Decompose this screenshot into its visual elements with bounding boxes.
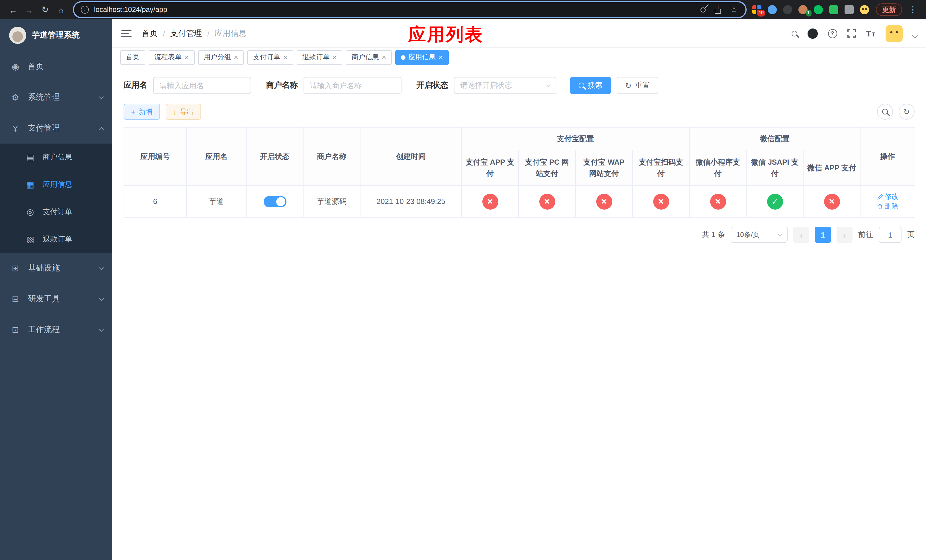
tab-label: 支付订单 <box>253 52 280 62</box>
toolbar-right: ↻ <box>877 104 915 120</box>
breadcrumb-home[interactable]: 首页 <box>142 28 158 38</box>
extension-dark-icon[interactable] <box>783 5 792 14</box>
page-size-select[interactable]: 10条/页 <box>731 227 788 243</box>
app-name-input[interactable] <box>153 77 251 94</box>
col-wechat-mini: 微信小程序支付 <box>689 150 746 185</box>
url-text[interactable]: localhost:1024/pay/app <box>94 6 701 14</box>
status-toggle[interactable] <box>263 196 286 207</box>
font-size-icon[interactable] <box>866 28 875 38</box>
browser-reload-icon[interactable]: ↻ <box>38 2 52 17</box>
sidebar-item-merchant-info[interactable]: ▤ 商户信息 <box>0 144 112 171</box>
close-icon[interactable] <box>439 53 443 61</box>
extension-emoji-icon[interactable] <box>860 5 869 14</box>
close-icon[interactable] <box>283 53 287 61</box>
breadcrumb-separator: / <box>163 29 165 38</box>
close-icon[interactable] <box>333 53 337 61</box>
sidebar-item-label: 首页 <box>28 62 103 72</box>
delete-button[interactable]: 删除 <box>877 201 899 211</box>
browser-back-icon[interactable]: ← <box>6 2 21 17</box>
extensions-puzzle-icon[interactable] <box>844 5 854 14</box>
browser-home-icon[interactable]: ⌂ <box>53 2 68 17</box>
sidebar-item-refund-order[interactable]: ▧ 退款订单 <box>0 226 112 253</box>
filter-form: 应用名 商户名称 开启状态 请选择开启状态 搜索 ↻ 重置 <box>124 77 915 94</box>
share-icon[interactable] <box>715 9 721 14</box>
search-button[interactable]: 搜索 <box>570 77 611 94</box>
prev-page-button[interactable]: ‹ <box>793 227 809 243</box>
user-avatar[interactable] <box>885 25 903 42</box>
browser-menu-icon[interactable]: ⋮ <box>905 2 920 17</box>
extension-wechat-icon[interactable] <box>814 5 823 14</box>
sidebar-item-label: 支付订单 <box>43 207 103 217</box>
github-icon[interactable] <box>807 28 817 38</box>
tab-pay-order[interactable]: 支付订单 <box>247 50 293 65</box>
bookmark-star-icon[interactable]: ☆ <box>730 5 737 14</box>
dashboard-icon: ◉ <box>10 62 21 72</box>
tab-app-info[interactable]: 应用信息 <box>395 50 448 65</box>
cell-actions: 修改删除 <box>860 185 915 217</box>
edit-button[interactable]: 修改 <box>877 192 899 201</box>
browser-forward-icon[interactable]: → <box>22 2 36 17</box>
avatar-caret-icon[interactable] <box>912 33 918 38</box>
search-icon <box>579 83 584 88</box>
export-button[interactable]: ↓ 导出 <box>165 104 201 120</box>
reset-button[interactable]: ↻ 重置 <box>617 77 658 94</box>
sidebar-item-infra[interactable]: ⊞ 基础设施 <box>0 253 112 284</box>
tools-icon: ⊟ <box>10 294 21 304</box>
toggle-search-button[interactable] <box>877 104 893 120</box>
extension-grid-icon[interactable]: 10 <box>752 5 761 14</box>
sidebar-item-dev-tools[interactable]: ⊟ 研发工具 <box>0 284 112 315</box>
tab-merchant-info[interactable]: 商户信息 <box>346 50 392 65</box>
sidebar-item-payment[interactable]: ¥ 支付管理 <box>0 113 112 144</box>
cell-alipay-app <box>461 185 519 217</box>
top-navbar: 首页 / 支付管理 / 应用信息 应用列表 <box>112 20 926 48</box>
page-number-1[interactable]: 1 <box>815 227 831 243</box>
col-wechat-jsapi: 微信 JSAPI 支付 <box>746 150 803 185</box>
refresh-table-button[interactable]: ↻ <box>899 104 915 120</box>
close-icon[interactable] <box>185 53 189 61</box>
breadcrumb-payment[interactable]: 支付管理 <box>170 28 202 38</box>
help-icon[interactable] <box>828 29 837 38</box>
merchant-name-input[interactable] <box>304 77 401 94</box>
merchant-card-icon: ▤ <box>25 152 35 162</box>
sidebar-item-home[interactable]: ◉ 首页 <box>0 51 112 82</box>
sidebar-item-system[interactable]: ⚙ 系统管理 <box>0 82 112 113</box>
workflow-icon: ⊡ <box>10 325 21 335</box>
extension-translate-icon[interactable]: 1 <box>799 5 808 14</box>
sidebar-item-label: 系统管理 <box>28 92 92 103</box>
extension-blue-icon[interactable] <box>768 5 777 14</box>
browser-update-button[interactable]: 更新 <box>876 3 902 16</box>
sidebar-item-app-info[interactable]: ▦ 应用信息 <box>0 171 112 198</box>
tabs-bar: 首页 流程表单 用户分组 支付订单 退款订单 商户信息 应用信息 <box>112 48 926 67</box>
sidebar-toggle-icon[interactable] <box>121 30 132 37</box>
fullscreen-icon[interactable] <box>847 29 856 38</box>
next-page-button[interactable]: › <box>837 227 853 243</box>
sidebar-item-pay-order[interactable]: ◎ 支付订单 <box>0 198 112 226</box>
goto-page-input[interactable] <box>879 227 902 243</box>
app-name-label: 应用名 <box>124 80 147 91</box>
tab-home[interactable]: 首页 <box>120 50 145 65</box>
close-icon[interactable] <box>382 53 386 61</box>
search-icon[interactable] <box>791 30 797 36</box>
tab-user-group[interactable]: 用户分组 <box>198 50 244 65</box>
address-bar[interactable]: localhost:1024/pay/app ☆ <box>74 2 746 17</box>
password-key-icon[interactable] <box>700 6 707 13</box>
pagination-total: 共 1 条 <box>702 230 725 240</box>
chevron-down-icon <box>99 327 104 331</box>
sidebar-logo[interactable]: 芋道管理系统 <box>0 20 112 51</box>
refund-doc-icon: ▧ <box>25 234 35 244</box>
status-select[interactable]: 请选择开启状态 <box>454 77 557 94</box>
extension-green-square-icon[interactable] <box>829 5 838 14</box>
sidebar-item-workflow[interactable]: ⊡ 工作流程 <box>0 315 112 345</box>
close-icon[interactable] <box>234 53 238 61</box>
col-alipay-app: 支付宝 APP 支付 <box>461 150 519 185</box>
cell-wechat-jsapi <box>746 185 803 217</box>
app-title: 芋道管理系统 <box>32 30 80 41</box>
site-info-icon[interactable] <box>81 6 89 14</box>
merchant-name-label: 商户名称 <box>266 80 298 91</box>
status-label: 开启状态 <box>416 80 448 91</box>
cell-app-name: 芋道 <box>186 185 246 217</box>
tab-refund-order[interactable]: 退款订单 <box>297 50 342 65</box>
add-button[interactable]: + 新增 <box>124 104 160 120</box>
tab-process-form[interactable]: 流程表单 <box>149 50 195 65</box>
alipay-wap-status-icon <box>596 194 612 209</box>
